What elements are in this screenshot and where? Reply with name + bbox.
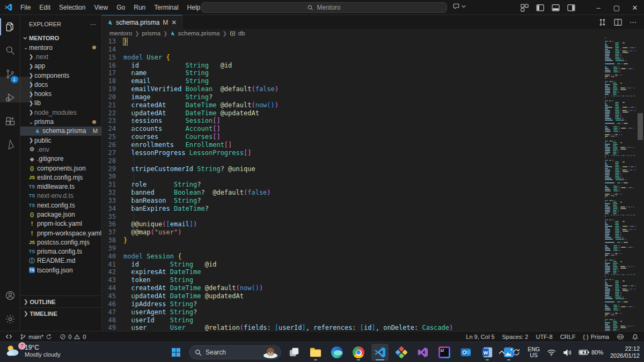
folder-hooks[interactable]: ❯hooks [20,89,101,98]
file-next-config-ts[interactable]: TSnext.config.ts [20,201,101,210]
cursor-position[interactable]: Ln 9, Col 5 [462,331,498,342]
code-line-42[interactable]: 42 expiresAt DateTime [102,268,604,276]
breadcrumb-db[interactable]: db [238,30,245,36]
indentation[interactable]: Spaces: 2 [499,331,532,342]
more-actions-icon[interactable]: ⋯ [630,18,636,26]
code-line-49[interactable]: 49 user User @relation(fields: [userId],… [102,324,604,331]
file-explorer-icon[interactable] [307,344,324,361]
code-line-46[interactable]: 46 ipAddress String? [102,300,604,308]
notifications-bell-icon[interactable] [628,331,644,342]
file--env[interactable]: ⚙.env [20,145,101,154]
folder-lib[interactable]: ❯lib [20,99,101,108]
close-tab-icon[interactable]: ✕ [171,19,177,26]
scrollbar-thumb[interactable] [638,113,643,140]
code-line-34[interactable]: 34 banExpires DateTime? [102,205,604,213]
code-line-30[interactable]: 30 [102,173,604,181]
code-line-19[interactable]: 19 emailVerified Boolean @default(false) [102,85,604,93]
breadcrumb-mentoro[interactable]: mentoro [109,30,132,36]
wifi-icon[interactable] [547,349,556,356]
command-center-search[interactable]: Mentoro [201,2,447,13]
code-line-22[interactable]: 22 updatedAt DateTime @updatedAt [102,109,604,117]
code-line-40[interactable]: 40model Session { [102,253,604,261]
code-line-38[interactable]: 38} [102,237,604,245]
file-pnpm-workspace-yaml[interactable]: !pnpm-workspace.yaml [20,228,101,238]
file-pnpm-lock-yaml[interactable]: !pnpm-lock.yaml [20,219,101,228]
code-line-14[interactable]: 14 [102,46,604,54]
code-line-25[interactable]: 25 courses Courses[] [102,133,604,141]
volume-icon[interactable] [563,349,572,356]
language-indicator[interactable]: ENG US [528,346,540,358]
problems-indicator[interactable]: 0 0 [56,331,90,342]
menu-run[interactable]: Run [129,0,150,15]
taskbar-search[interactable]: Search [189,345,281,359]
copilot-chat-button[interactable] [452,3,466,10]
file-midlleware-ts[interactable]: TSmidlleware.ts [20,182,101,191]
breadcrumb-prisma[interactable]: prisma [142,30,161,36]
workspace-root-row[interactable]: MENTORO [20,33,101,43]
chrome-icon[interactable] [350,344,367,361]
explorer-icon[interactable] [0,15,20,39]
outlook-icon[interactable] [457,344,474,361]
code-line-41[interactable]: 41 id String @id [102,261,604,269]
minimap-viewport[interactable] [0,77,32,102]
file-tsconfig-json[interactable]: TStsconfig.json [20,265,101,275]
folder-public[interactable]: ❯public [20,136,101,145]
folder--next[interactable]: ❯.next [20,52,101,61]
eol-sequence[interactable]: CRLF [557,331,580,342]
tab-schema-prisma[interactable]: schema.prisma M ✕ [102,15,182,29]
split-editor-icon[interactable] [614,18,622,26]
folder-prisma[interactable]: ⌄prisma [20,117,101,126]
vscode-icon[interactable] [371,344,389,361]
code-line-13[interactable]: 13} [102,38,604,46]
code-line-33[interactable]: 33 banReason String? [102,197,604,205]
tray-chevron-up-icon[interactable] [499,350,505,354]
code-line-44[interactable]: 44 createdAt DateTime @default(now()) [102,284,604,292]
weather-widget[interactable]: 7 19°C Mostly cloudy [5,344,61,358]
toggle-secondary-sidebar-icon[interactable] [567,4,575,12]
minimize-button[interactable]: – [589,0,608,15]
code-line-29[interactable]: 29 stripeCustomerId String? @unique [102,165,604,173]
code-line-47[interactable]: 47 userAgent String? [102,308,604,316]
menu-terminal[interactable]: Terminal [150,0,182,15]
minimap[interactable] [604,38,636,331]
customize-layout-icon[interactable] [521,4,529,12]
sync-tray-icon[interactable] [512,349,521,356]
file-next-env-d-ts[interactable]: TSnext-env.d.ts [20,191,101,201]
battery-indicator[interactable]: 80% [579,349,603,356]
editor-scrollbar[interactable] [636,38,644,331]
start-button[interactable] [167,344,185,361]
timeline-section[interactable]: ❯TIMELINE [20,307,102,319]
file-components-json[interactable]: {}components.json [20,164,101,173]
code-line-21[interactable]: 21 createdAt DateTime @default(now()) [102,101,604,109]
file-eslint-config-mjs[interactable]: JSeslint.config.mjs [20,173,101,182]
file-readme-md[interactable]: ⓘREADME.md [20,256,101,265]
breadcrumb-file[interactable]: schema.prisma [178,30,219,36]
code-line-24[interactable]: 24 accounts Account[] [102,125,604,133]
task-view-button[interactable] [286,344,303,361]
git-branch-indicator[interactable]: main* [16,331,56,342]
file-postcss-config-mjs[interactable]: JSpostcss.config.mjs [20,238,101,247]
menu-file[interactable]: File [16,0,35,15]
remote-indicator[interactable] [0,331,16,342]
file--gitignore[interactable]: ◈.gitignore [20,154,101,164]
prisma-icon[interactable] [0,133,20,157]
code-line-36[interactable]: 36 @@unique([email]) [102,220,604,228]
extensions-icon[interactable] [0,109,20,133]
code-line-43[interactable]: 43 token String [102,276,604,284]
file-prisma-config-ts[interactable]: TSprisma.config.ts [20,247,101,256]
menu-go[interactable]: Go [112,0,129,15]
intellij-idea-icon[interactable]: IJ [436,344,453,361]
account-icon[interactable] [0,284,20,307]
code-line-27[interactable]: 27 lessonProgress LessonProgress[] [102,149,604,157]
code-line-45[interactable]: 45 updatedAt DateTime @updatedAt [102,292,604,300]
search-icon[interactable] [0,39,20,62]
code-line-23[interactable]: 23 sessions Session[] [102,117,604,125]
pinwheel-app-icon[interactable] [393,344,410,361]
outline-section[interactable]: ❯OUTLINE [20,295,102,307]
copilot-status-icon[interactable] [613,331,628,342]
code-line-20[interactable]: 20 image String? [102,93,604,101]
code-line-48[interactable]: 48 userId String [102,316,604,324]
language-mode[interactable]: { }Prisma [579,331,613,342]
settings-gear-icon[interactable] [0,307,20,331]
folder-components[interactable]: ❯components [20,71,101,80]
